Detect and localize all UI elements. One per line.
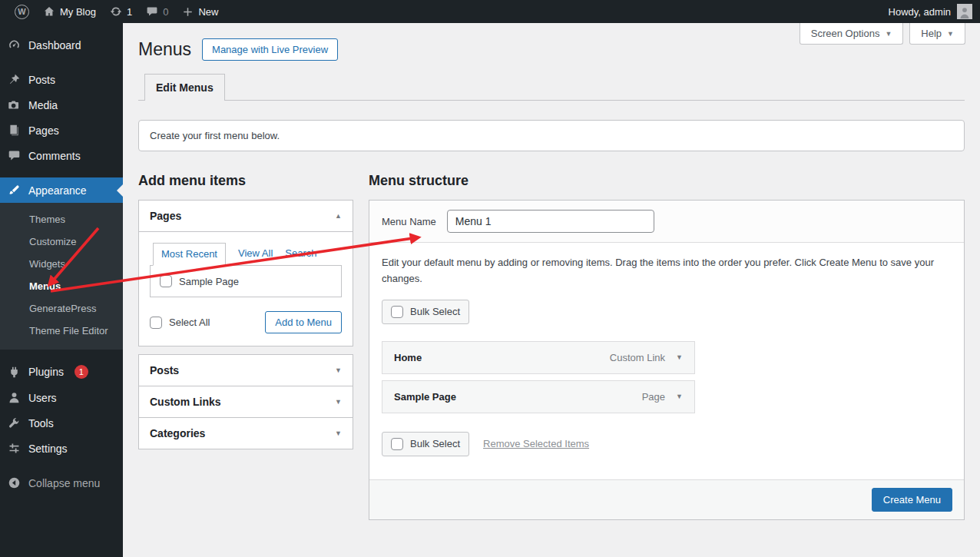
submenu-generatepress[interactable]: GeneratePress [0, 297, 123, 320]
avatar [957, 4, 972, 19]
plugins-update-badge: 1 [74, 365, 88, 379]
pages-accordion-header[interactable]: Pages ▲ [139, 201, 353, 231]
comments-link[interactable]: 0 [139, 0, 175, 23]
sidebar-item-plugins[interactable]: Plugins 1 [0, 359, 123, 385]
submenu-customize[interactable]: Customize [0, 230, 123, 253]
chevron-down-icon[interactable]: ▼ [676, 393, 683, 400]
comments-icon [8, 149, 21, 162]
screen-meta: Screen Options ▼ Help ▼ [800, 23, 965, 45]
manage-with-live-preview-button[interactable]: Manage with Live Preview [202, 38, 338, 61]
screen-options-label: Screen Options [811, 28, 880, 39]
create-menu-button[interactable]: Create Menu [872, 488, 952, 512]
sample-page-checkbox[interactable] [160, 275, 172, 287]
notice-text: Create your first menu below. [150, 130, 280, 141]
categories-accordion-header[interactable]: Categories ▼ [139, 417, 353, 449]
add-to-menu-button[interactable]: Add to Menu [265, 311, 342, 333]
sidebar-item-settings[interactable]: Settings [0, 436, 123, 461]
add-menu-items-heading: Add menu items [138, 173, 353, 189]
menu-item-type: Page [642, 391, 665, 403]
tab-search[interactable]: Search [285, 247, 316, 265]
menu-structure-column: Menu structure Menu Name Edit your defau… [369, 173, 965, 520]
chevron-down-icon: ▼ [335, 429, 342, 437]
new-label: New [198, 6, 218, 18]
pages-accordion-body: Most Recent View All Search Sample Page [139, 231, 353, 346]
menu-item-row-home[interactable]: Home Custom Link ▼ [382, 341, 695, 374]
site-name: My Blog [60, 6, 96, 18]
users-icon [8, 391, 21, 404]
submenu-themes[interactable]: Themes [0, 208, 123, 230]
wordpress-logo-menu[interactable]: W [8, 0, 36, 23]
menu-items-list: Home Custom Link ▼ Sample Page Page ▼ [382, 341, 695, 413]
page-checklist-item: Sample Page [160, 275, 332, 287]
menu-item-label: Home [394, 352, 422, 363]
camera-icon [8, 98, 21, 111]
remove-selected-items-link[interactable]: Remove Selected Items [483, 438, 589, 449]
menu-item-row-sample-page[interactable]: Sample Page Page ▼ [382, 380, 695, 413]
submenu-theme-file-editor[interactable]: Theme File Editor [0, 320, 123, 342]
chevron-down-icon: ▼ [335, 366, 342, 374]
bulk-select-checkbox-top[interactable] [391, 306, 403, 318]
my-account-menu[interactable]: Howdy, admin [889, 4, 972, 19]
pushpin-icon [8, 73, 21, 86]
sample-page-label: Sample Page [179, 276, 239, 287]
help-label: Help [921, 28, 942, 39]
sidebar-item-media[interactable]: Media [0, 92, 123, 118]
submenu-menus[interactable]: Menus [0, 275, 123, 297]
select-all-checkbox[interactable] [150, 317, 162, 329]
tab-most-recent[interactable]: Most Recent [153, 243, 226, 266]
updates-link[interactable]: 1 [103, 0, 139, 23]
menu-structure-panel: Menu Name Edit your default menu by addi… [369, 200, 965, 520]
main-content: Screen Options ▼ Help ▼ Menus Manage wit… [123, 23, 980, 557]
chevron-down-icon[interactable]: ▼ [676, 353, 683, 361]
custom-links-accordion-title: Custom Links [150, 396, 221, 408]
updates-icon [110, 5, 122, 18]
update-count: 1 [127, 6, 132, 18]
bulk-select-toggle-top[interactable]: Bulk Select [382, 300, 469, 324]
bulk-select-label-top: Bulk Select [410, 306, 460, 317]
page-title: Menus [138, 39, 191, 60]
tab-edit-menus[interactable]: Edit Menus [144, 74, 225, 101]
brush-icon [8, 184, 21, 197]
bulk-actions-row: Bulk Select Remove Selected Items [382, 432, 952, 456]
posts-accordion-header[interactable]: Posts ▼ [139, 355, 353, 386]
screen-options-button[interactable]: Screen Options ▼ [800, 23, 904, 45]
sidebar-item-appearance[interactable]: Appearance [0, 177, 123, 203]
pages-accordion-title: Pages [150, 210, 181, 222]
sidebar-item-pages[interactable]: Pages [0, 118, 123, 143]
collapse-menu-button[interactable]: Collapse menu [0, 470, 123, 496]
tab-view-all[interactable]: View All [238, 247, 273, 265]
bulk-select-checkbox-bottom[interactable] [391, 438, 403, 450]
sidebar-label-tools: Tools [28, 417, 54, 429]
plus-icon [182, 6, 194, 18]
sidebar-label-pages: Pages [28, 124, 59, 137]
home-icon [43, 5, 55, 18]
help-button[interactable]: Help ▼ [909, 23, 965, 45]
howdy-text: Howdy, admin [889, 6, 951, 18]
site-link[interactable]: My Blog [36, 0, 103, 23]
settings-sliders-icon [8, 442, 21, 455]
sidebar-item-dashboard[interactable]: Dashboard [0, 32, 123, 58]
custom-links-accordion-header[interactable]: Custom Links ▼ [139, 386, 353, 417]
menu-name-input[interactable] [447, 210, 654, 233]
sidebar-item-users[interactable]: Users [0, 385, 123, 410]
bulk-select-toggle-bottom[interactable]: Bulk Select [382, 432, 469, 456]
categories-accordion-title: Categories [150, 427, 205, 439]
new-content-menu[interactable]: New [175, 0, 225, 23]
admin-bar: W My Blog 1 0 New Howdy, admin [0, 0, 980, 23]
sidebar-item-tools[interactable]: Tools [0, 410, 123, 436]
plug-icon [8, 366, 21, 379]
user-silhouette-icon [958, 5, 972, 19]
add-menu-items-column: Add menu items Pages ▲ Most Recent View … [138, 173, 353, 449]
chevron-down-icon: ▼ [885, 30, 892, 38]
notice-banner: Create your first menu below. [138, 120, 965, 151]
sidebar-label-collapse: Collapse menu [28, 477, 100, 489]
sidebar-item-posts[interactable]: Posts [0, 67, 123, 92]
menu-name-header: Menu Name [369, 201, 964, 243]
pages-checklist: Sample Page [150, 265, 342, 297]
select-all-label: Select All [169, 317, 210, 328]
submenu-widgets[interactable]: Widgets [0, 253, 123, 275]
menu-structure-description: Edit your default menu by adding or remo… [382, 255, 950, 287]
appearance-submenu: Themes Customize Widgets Menus GenerateP… [0, 203, 123, 350]
sidebar-item-comments[interactable]: Comments [0, 143, 123, 168]
pages-footer: Select All Add to Menu [150, 311, 342, 333]
